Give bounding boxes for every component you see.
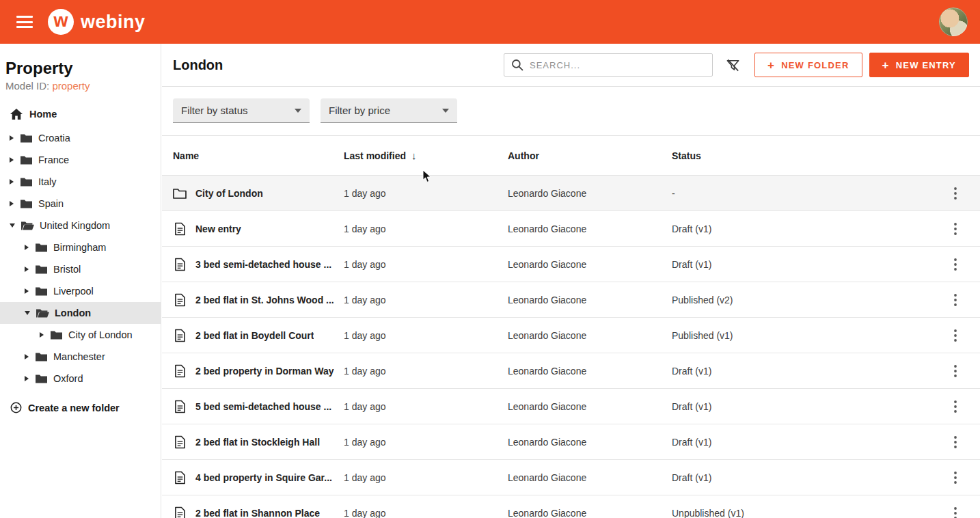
search-icon bbox=[511, 59, 523, 71]
kebab-menu-icon[interactable] bbox=[949, 291, 962, 309]
folder-tree-item[interactable]: Italy bbox=[0, 171, 161, 193]
column-header-modified[interactable]: Last modified↓ bbox=[344, 150, 508, 161]
entry-name[interactable]: 2 bed flat in Stockleigh Hall bbox=[195, 437, 320, 448]
entry-name[interactable]: 2 bed flat in Boydell Court bbox=[195, 330, 314, 341]
expand-arrow-icon[interactable] bbox=[25, 267, 29, 272]
entry-name[interactable]: 2 bed property in Dorman Way bbox=[195, 366, 334, 377]
document-icon bbox=[173, 293, 187, 307]
folder-tree-item[interactable]: Liverpool bbox=[0, 280, 161, 302]
expand-arrow-icon[interactable] bbox=[10, 179, 14, 185]
table-row[interactable]: 2 bed flat in St. Johns Wood ... 1 day a… bbox=[162, 282, 980, 318]
column-header-status[interactable]: Status bbox=[672, 150, 942, 161]
kebab-menu-icon[interactable] bbox=[949, 433, 962, 451]
kebab-menu-icon[interactable] bbox=[949, 327, 962, 344]
kebab-menu-icon[interactable] bbox=[949, 504, 962, 518]
entry-name[interactable]: 3 bed semi-detached house ... bbox=[195, 259, 331, 270]
entry-modified: 1 day ago bbox=[344, 437, 508, 448]
table-row[interactable]: 5 bed semi-detached house ... 1 day ago … bbox=[162, 389, 980, 424]
kebab-menu-icon[interactable] bbox=[949, 256, 962, 273]
filter-price-select[interactable]: Filter by price bbox=[321, 98, 457, 123]
folder-open-icon bbox=[21, 221, 34, 230]
expand-arrow-icon[interactable] bbox=[25, 311, 30, 315]
create-folder-label: Create a new folder bbox=[28, 403, 120, 413]
entry-name[interactable]: 2 bed flat in St. Johns Wood ... bbox=[195, 295, 334, 305]
folder-tree-item-label: City of London bbox=[68, 329, 133, 340]
document-icon bbox=[173, 329, 187, 342]
expand-arrow-icon[interactable] bbox=[10, 223, 15, 228]
folder-tree-item[interactable]: Spain bbox=[0, 193, 161, 215]
entry-status: Draft (v1) bbox=[672, 223, 942, 234]
kebab-menu-icon[interactable] bbox=[949, 398, 962, 415]
expand-arrow-icon[interactable] bbox=[25, 354, 29, 359]
new-folder-button[interactable]: + NEW FOLDER bbox=[754, 53, 862, 77]
webiny-logo[interactable]: w webiny bbox=[48, 9, 146, 35]
folder-closed-icon bbox=[19, 199, 33, 208]
folder-tree-item[interactable]: Birmingham bbox=[0, 236, 161, 258]
expand-arrow-icon[interactable] bbox=[25, 245, 29, 250]
kebab-menu-icon[interactable] bbox=[949, 469, 962, 487]
entry-modified: 1 day ago bbox=[344, 472, 508, 483]
entry-name[interactable]: 2 bed flat in Shannon Place bbox=[195, 508, 320, 518]
column-header-author[interactable]: Author bbox=[508, 150, 672, 161]
column-header-name[interactable]: Name bbox=[173, 150, 344, 161]
kebab-menu-icon[interactable] bbox=[949, 185, 962, 202]
table-row[interactable]: New entry 1 day ago Leonardo Giacone Dra… bbox=[162, 211, 980, 247]
table-row[interactable]: 2 bed flat in Stockleigh Hall 1 day ago … bbox=[162, 424, 980, 460]
document-icon bbox=[173, 506, 187, 518]
expand-arrow-icon[interactable] bbox=[10, 201, 14, 206]
entry-modified: 1 day ago bbox=[344, 295, 508, 305]
folder-tree-item-label: Croatia bbox=[38, 133, 70, 144]
entry-name[interactable]: City of London bbox=[195, 188, 263, 199]
home-icon bbox=[10, 109, 23, 120]
sidebar-item-home[interactable]: Home bbox=[0, 103, 161, 126]
menu-icon[interactable] bbox=[16, 16, 33, 28]
table-row[interactable]: 3 bed semi-detached house ... 1 day ago … bbox=[162, 247, 980, 282]
table-row[interactable]: City of London 1 day ago Leonardo Giacon… bbox=[162, 176, 980, 211]
document-icon bbox=[173, 222, 187, 236]
folder-tree-item-label: Oxford bbox=[53, 373, 83, 384]
folder-tree-item[interactable]: Manchester bbox=[0, 346, 161, 368]
entry-author: Leonardo Giacone bbox=[508, 330, 672, 341]
entry-author: Leonardo Giacone bbox=[508, 295, 672, 305]
folder-tree-item[interactable]: City of London bbox=[0, 324, 161, 346]
entries-table: Name Last modified↓ Author Status City bbox=[162, 136, 980, 518]
folder-tree-item-label: Birmingham bbox=[53, 242, 106, 253]
search-input[interactable] bbox=[530, 60, 705, 70]
table-row[interactable]: 2 bed flat in Shannon Place 1 day ago Le… bbox=[162, 495, 980, 518]
filter-status-label: Filter by status bbox=[181, 105, 248, 116]
folder-tree-item[interactable]: France bbox=[0, 149, 161, 171]
expand-arrow-icon[interactable] bbox=[10, 135, 14, 141]
chevron-down-icon bbox=[295, 109, 301, 113]
folder-tree-item[interactable]: Croatia bbox=[0, 127, 161, 149]
folder-closed-icon bbox=[34, 243, 48, 252]
entry-name[interactable]: 5 bed semi-detached house ... bbox=[195, 401, 331, 412]
topbar: w webiny bbox=[0, 0, 980, 44]
expand-arrow-icon[interactable] bbox=[40, 332, 44, 338]
kebab-menu-icon[interactable] bbox=[949, 220, 962, 238]
entry-name[interactable]: 4 bed property in Squire Gar... bbox=[195, 472, 332, 483]
chevron-down-icon bbox=[442, 109, 449, 113]
sort-arrow-icon: ↓ bbox=[411, 150, 417, 161]
avatar[interactable] bbox=[939, 8, 968, 36]
new-entry-button[interactable]: + NEW ENTRY bbox=[869, 53, 969, 77]
new-entry-button-label: NEW ENTRY bbox=[896, 60, 956, 70]
entry-name[interactable]: New entry bbox=[195, 223, 241, 234]
table-row[interactable]: 2 bed flat in Boydell Court 1 day ago Le… bbox=[162, 318, 980, 353]
search-box[interactable] bbox=[504, 53, 713, 77]
expand-arrow-icon[interactable] bbox=[25, 376, 29, 381]
expand-arrow-icon[interactable] bbox=[10, 157, 14, 163]
expand-arrow-icon[interactable] bbox=[25, 288, 29, 294]
folder-tree-item[interactable]: United Kingdom bbox=[0, 215, 161, 236]
folder-tree-item[interactable]: London bbox=[0, 302, 161, 324]
folder-tree-item[interactable]: Bristol bbox=[0, 258, 161, 280]
folder-closed-icon bbox=[34, 352, 48, 362]
filter-status-select[interactable]: Filter by status bbox=[173, 98, 310, 123]
create-folder-button[interactable]: Create a new folder bbox=[0, 390, 161, 426]
entry-modified: 1 day ago bbox=[344, 508, 508, 518]
kebab-menu-icon[interactable] bbox=[949, 362, 962, 380]
table-row[interactable]: 2 bed property in Dorman Way 1 day ago L… bbox=[162, 353, 980, 389]
table-row[interactable]: 4 bed property in Squire Gar... 1 day ag… bbox=[162, 460, 980, 495]
clear-filters-icon[interactable] bbox=[722, 55, 744, 76]
folder-icon bbox=[173, 188, 187, 199]
folder-tree-item[interactable]: Oxford bbox=[0, 368, 161, 390]
